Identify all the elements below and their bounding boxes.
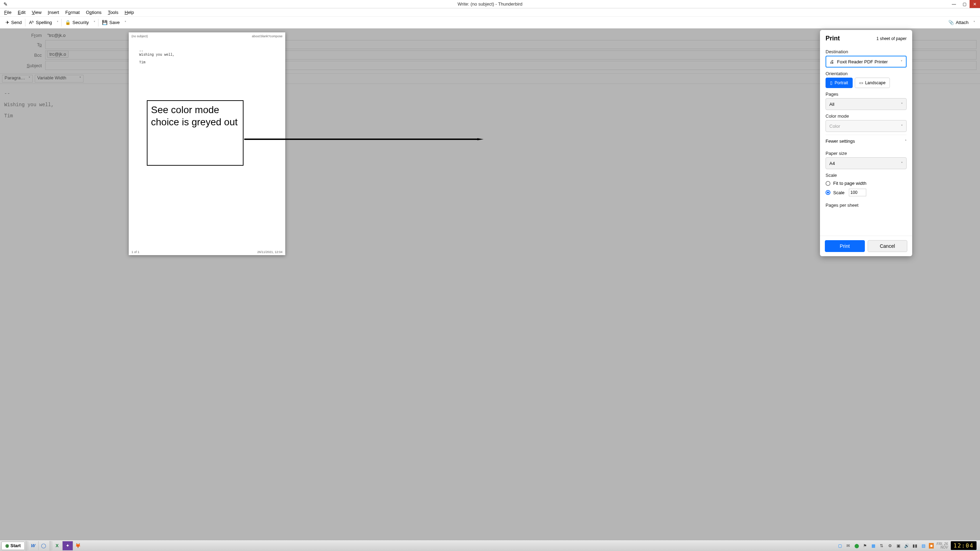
lock-icon: 🔒 — [65, 20, 71, 25]
paperclip-icon: 📎 — [948, 20, 954, 25]
preview-header-left: (no subject) — [132, 35, 148, 38]
preview-body: -- Wishing you well, Tim — [139, 49, 275, 64]
save-dropdown[interactable]: ˅ — [123, 19, 128, 26]
tray-shield-icon[interactable]: ⬤ — [854, 543, 859, 549]
fit-to-width-radio[interactable]: Fit to page width — [826, 179, 907, 187]
sheet-count: 1 sheet of paper — [876, 36, 907, 41]
print-dialog: Print 1 sheet of paper Destination 🖨Foxi… — [820, 30, 912, 256]
attach-button[interactable]: 📎Attach — [945, 18, 971, 27]
taskbar-app-firefox[interactable]: 🦊 — [73, 541, 83, 550]
destination-select[interactable]: 🖨Foxit Reader PDF Printer ˅ — [826, 56, 907, 67]
minimize-button[interactable]: — — [949, 0, 959, 8]
orientation-label: Orientation — [826, 71, 907, 76]
menu-file[interactable]: File — [2, 9, 14, 16]
pages-per-sheet-label: Pages per sheet — [826, 202, 907, 208]
tray-volume-icon[interactable]: 🔊 — [904, 543, 909, 549]
preview-header-right: about:blank?compose — [252, 35, 283, 38]
taskbar-app-excel[interactable]: X — [52, 541, 62, 550]
send-button[interactable]: ✈Send — [3, 18, 24, 27]
fewer-settings-toggle[interactable]: Fewer settings˄ — [826, 135, 907, 147]
tray-mail-icon[interactable]: ✉ — [845, 543, 851, 549]
preview-footer-right: 26/11/2021, 12:04 — [257, 250, 283, 254]
tray-misc2-icon[interactable]: ■ — [929, 543, 934, 549]
spelling-icon: Aᵇ — [29, 20, 34, 25]
title-bar: ✎ Write: (no subject) - Thunderbird — ▢ … — [0, 0, 980, 8]
system-tray: ▢ ✉ ⬤ ⚑ ▦ ⇅ ⚙ ▣ 🔊 ▮▮ ▤ ■ FRI, 26 NOV 12:… — [837, 541, 978, 550]
send-icon: ✈ — [6, 20, 10, 25]
tray-zoom-icon[interactable]: ▢ — [837, 543, 843, 549]
taskbar-app-purple[interactable]: ✦ — [62, 541, 73, 550]
compose-icon: ✎ — [3, 2, 8, 7]
destination-label: Destination — [826, 49, 907, 54]
preview-footer-left: 1 of 1 — [132, 250, 140, 254]
attach-dropdown[interactable]: ˅ — [971, 19, 977, 26]
print-preview-page: (no subject) about:blank?compose -- Wish… — [129, 32, 285, 255]
tray-clock[interactable]: 12:04 — [951, 541, 977, 550]
printer-icon: 🖨 — [830, 59, 834, 64]
save-button[interactable]: 💾Save — [99, 18, 123, 27]
tray-misc1-icon[interactable]: ▤ — [921, 543, 926, 549]
color-mode-select: Color˅ — [826, 120, 907, 132]
chevron-down-icon: ˅ — [901, 60, 902, 64]
window-title: Write: (no subject) - Thunderbird — [457, 2, 523, 6]
cancel-button[interactable]: Cancel — [868, 240, 908, 252]
portrait-icon: ▯ — [830, 80, 832, 85]
landscape-icon: ▭ — [859, 80, 863, 85]
taskbar-app-word[interactable]: W — [28, 541, 38, 550]
scale-input[interactable] — [849, 189, 866, 196]
close-button[interactable]: ✕ — [970, 0, 980, 8]
menu-format[interactable]: Format — [63, 9, 83, 16]
menu-view[interactable]: View — [29, 9, 44, 16]
chevron-down-icon: ˅ — [901, 102, 903, 106]
menu-edit[interactable]: Edit — [15, 9, 28, 16]
tray-clock-icon[interactable]: ▣ — [896, 543, 901, 549]
tray-date: FRI, 26 NOV — [937, 542, 948, 549]
print-button[interactable]: Print — [825, 240, 865, 252]
portrait-button[interactable]: ▯Portrait — [826, 78, 853, 88]
menu-options[interactable]: Options — [83, 9, 104, 16]
tray-photo-icon[interactable]: ▦ — [870, 543, 876, 549]
spelling-dropdown[interactable]: ˅ — [55, 19, 60, 26]
security-button[interactable]: 🔒Security — [62, 18, 91, 27]
print-title: Print — [826, 35, 840, 42]
security-dropdown[interactable]: ˅ — [91, 19, 97, 26]
menu-insert[interactable]: Insert — [45, 9, 62, 16]
chevron-up-icon: ˄ — [905, 139, 907, 143]
taskbar-app-browser[interactable]: ◯ — [38, 541, 49, 550]
paper-size-label: Paper size — [826, 151, 907, 156]
menu-bar: File Edit View Insert Format Options Too… — [0, 8, 980, 17]
tray-gear-icon[interactable]: ⚙ — [887, 543, 892, 549]
landscape-button[interactable]: ▭Landscape — [855, 78, 890, 88]
tray-network-icon[interactable]: ▮▮ — [912, 543, 918, 549]
start-button[interactable]: ◉ Start — [2, 541, 25, 550]
scale-label: Scale — [826, 173, 907, 178]
save-icon: 💾 — [102, 20, 108, 25]
spelling-button[interactable]: AᵇSpelling — [26, 18, 55, 27]
maximize-button[interactable]: ▢ — [959, 0, 970, 8]
scale-custom-radio[interactable]: Scale — [826, 187, 907, 198]
compose-toolbar: ✈Send AᵇSpelling ˅ 🔒Security ˅ 💾Save ˅ 📎… — [0, 17, 980, 29]
start-orb-icon: ◉ — [5, 543, 9, 548]
chevron-down-icon: ˅ — [901, 161, 903, 165]
color-mode-label: Color mode — [826, 113, 907, 119]
pages-select[interactable]: All˅ — [826, 98, 907, 110]
menu-help[interactable]: Help — [122, 9, 137, 16]
tray-sync-icon[interactable]: ⇅ — [879, 543, 885, 549]
chevron-down-icon: ˅ — [901, 124, 903, 128]
paper-size-select[interactable]: A4˅ — [826, 157, 907, 169]
annotation-callout: See color mode choice is greyed out — [147, 100, 243, 166]
taskbar: ◉ Start W ◯ X ✦ 🦊 ▢ ✉ ⬤ ⚑ ▦ ⇅ ⚙ ▣ 🔊 ▮▮ ▤… — [0, 540, 980, 551]
tray-flag-icon[interactable]: ⚑ — [862, 543, 868, 549]
menu-tools[interactable]: Tools — [105, 9, 121, 16]
pages-label: Pages — [826, 92, 907, 97]
